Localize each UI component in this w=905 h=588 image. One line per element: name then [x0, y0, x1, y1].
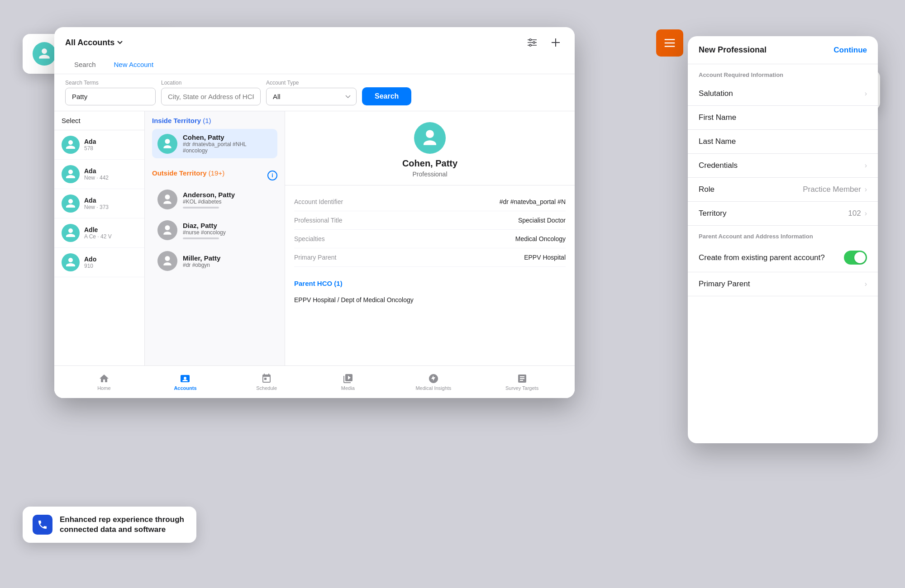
- nav-home[interactable]: Home: [90, 373, 118, 391]
- inside-territory-group: Inside Territory (1) Cohen, Patty #dr #n…: [145, 111, 285, 164]
- terms-label: Search Terms: [65, 80, 156, 86]
- avatar: [157, 190, 177, 209]
- info-icon[interactable]: i: [267, 171, 277, 180]
- app-tabs: Search New Account: [65, 56, 564, 74]
- search-bar-area: Search Terms Location Account Type All S…: [54, 74, 575, 111]
- detail-panel: Cohen, Patty Professional Account Identi…: [285, 111, 575, 398]
- svg-point-5: [529, 44, 531, 46]
- form-continue-button[interactable]: Continue: [834, 46, 867, 55]
- svg-point-4: [533, 42, 535, 43]
- avatar: [62, 224, 80, 242]
- form-panel: New Professional Continue Account Requir…: [688, 36, 878, 443]
- form-row-primary-parent[interactable]: Primary Parent ›: [688, 272, 878, 296]
- avatar: [157, 134, 177, 154]
- form-row-last-name[interactable]: Last Name: [688, 130, 878, 154]
- account-list-sidebar: Select Ada 578 Ada New · 442: [54, 111, 145, 398]
- list-item[interactable]: Ado 910: [54, 248, 144, 277]
- parent-hco-item[interactable]: EPPV Hospital / Dept of Medical Oncology: [285, 291, 575, 309]
- detail-fields: Account Identifier #dr #natevba_portal #…: [285, 185, 575, 274]
- avatar: [62, 194, 80, 213]
- main-content: Select Ada 578 Ada New · 442: [54, 111, 575, 398]
- outside-territory-label: Outside Territory (19+): [152, 169, 224, 177]
- tooltip-enhanced-rep: Enhanced rep experience through connecte…: [23, 507, 196, 543]
- filter-icon[interactable]: [524, 34, 540, 51]
- detail-type: Professional: [412, 171, 447, 178]
- form-row-territory[interactable]: Territory 102 ›: [688, 202, 878, 226]
- tab-new-account[interactable]: New Account: [105, 56, 163, 74]
- account-type-select[interactable]: All: [266, 88, 357, 105]
- form-header: New Professional Continue: [688, 36, 878, 64]
- avatar: [157, 251, 177, 271]
- nav-schedule[interactable]: Schedule: [253, 373, 280, 391]
- detail-name: Cohen, Patty: [402, 158, 457, 169]
- form-row-salutation[interactable]: Salutation ›: [688, 82, 878, 106]
- result-diaz-patty[interactable]: Diaz, Patty #nurse #oncology: [152, 216, 277, 245]
- inside-territory-label: Inside Territory (1): [152, 117, 277, 124]
- location-input[interactable]: [161, 88, 261, 105]
- detail-row-identifier: Account Identifier #dr #natevba_portal #…: [294, 193, 566, 211]
- app-header: All Accounts: [54, 27, 575, 74]
- result-miller-patty[interactable]: Miller, Patty #dr #obgyn: [152, 247, 277, 275]
- avatar: [62, 136, 80, 154]
- form-section-parent: Parent Account and Address Information: [688, 226, 878, 243]
- list-item[interactable]: Ada New · 442: [54, 160, 144, 189]
- nav-survey-targets[interactable]: Survey Targets: [505, 373, 538, 391]
- outside-territory-header: Outside Territory (19+) i: [145, 164, 285, 185]
- sidebar-select-header: Select: [54, 111, 144, 130]
- orange-badge: [656, 29, 683, 57]
- detail-row-specialties: Specialties Medical Oncology: [294, 230, 566, 248]
- search-terms-input[interactable]: [65, 88, 156, 105]
- avatar: [62, 165, 80, 183]
- parent-hco-header: Parent HCO (1): [285, 274, 575, 291]
- nav-medical-insights[interactable]: Medical Insights: [415, 373, 451, 391]
- search-results-panel: Inside Territory (1) Cohen, Patty #dr #n…: [145, 111, 285, 398]
- avatar: [62, 253, 80, 271]
- add-icon[interactable]: [548, 34, 564, 51]
- form-title: New Professional: [699, 45, 767, 55]
- form-row-credentials[interactable]: Credentials ›: [688, 154, 878, 178]
- location-label: Location: [161, 80, 261, 86]
- tab-search[interactable]: Search: [65, 56, 105, 74]
- app-window: All Accounts: [54, 27, 575, 398]
- form-row-first-name[interactable]: First Name: [688, 106, 878, 130]
- form-row-create-from-existing[interactable]: Create from existing parent account?: [688, 243, 878, 272]
- form-section-required: Account Required Information: [688, 64, 878, 82]
- account-type-label: Account Type: [266, 80, 357, 86]
- header-icons: [524, 34, 564, 51]
- detail-header: Cohen, Patty Professional: [285, 111, 575, 185]
- search-button[interactable]: Search: [362, 87, 411, 105]
- all-accounts-label: All Accounts: [65, 38, 114, 47]
- all-accounts-dropdown[interactable]: All Accounts: [65, 38, 123, 47]
- list-item[interactable]: Ada 578: [54, 130, 144, 160]
- outside-results: Anderson, Patty #KOL #diabetes Diaz, Pat…: [145, 185, 285, 275]
- avatar: [157, 220, 177, 240]
- tooltip-enhanced-text: Enhanced rep experience through connecte…: [60, 515, 186, 535]
- nav-accounts[interactable]: Accounts: [171, 373, 199, 391]
- detail-row-title: Professional Title Specialist Doctor: [294, 211, 566, 230]
- svg-point-3: [529, 39, 531, 41]
- detail-row-primary-parent: Primary Parent EPPV Hospital: [294, 248, 566, 267]
- person-icon: [33, 42, 56, 66]
- phone-icon: [33, 515, 52, 535]
- nav-media[interactable]: Media: [334, 373, 362, 391]
- bottom-nav: Home Accounts Schedule Media Medical Ins…: [54, 365, 575, 398]
- list-item[interactable]: Adle A Ce · 42 V: [54, 218, 144, 248]
- form-row-role[interactable]: Role Practice Member ›: [688, 178, 878, 202]
- detail-avatar: [414, 122, 446, 154]
- list-item[interactable]: Ada New · 373: [54, 189, 144, 218]
- result-cohen-patty[interactable]: Cohen, Patty #dr #natevba_portal #NHL #o…: [152, 129, 277, 158]
- create-from-existing-toggle[interactable]: [844, 251, 867, 265]
- result-anderson-patty[interactable]: Anderson, Patty #KOL #diabetes: [152, 185, 277, 214]
